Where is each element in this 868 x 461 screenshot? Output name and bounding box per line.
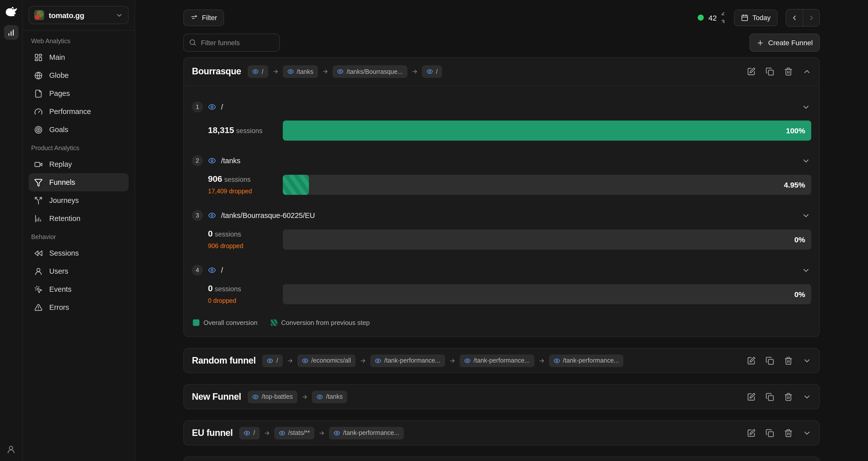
sidebar-item-pages[interactable]: Pages (29, 84, 129, 102)
delete-funnel-button[interactable] (784, 356, 793, 365)
eye-icon (287, 68, 293, 75)
chevron-down-icon (803, 393, 811, 401)
edit-funnel-button[interactable] (747, 429, 755, 437)
funnel-pills: / /tanks /tanks/Bourrasque... / (248, 65, 442, 78)
funnel-step-pill: /economics/all (297, 354, 355, 367)
next-period-button[interactable] (803, 9, 819, 26)
expand-funnel-button[interactable] (803, 429, 811, 437)
cursor-click-icon (34, 285, 43, 294)
legend-label: Overall conversion (204, 319, 257, 327)
expand-step-button[interactable] (802, 103, 810, 112)
pill-label: / (253, 429, 255, 436)
workspace-selector-wrap: tomato.gg (23, 0, 135, 31)
chevron-down-icon (803, 429, 811, 437)
delete-funnel-button[interactable] (784, 429, 793, 437)
chevron-down-icon (802, 103, 810, 112)
eye-icon (208, 211, 216, 219)
expand-funnel-button[interactable] (803, 393, 811, 401)
section-label: Web Analytics (31, 38, 126, 45)
dashboard-icon (34, 53, 43, 62)
app: tomato.gg Web Analytics Main Globe Pages… (0, 0, 868, 461)
frog-logo-icon (4, 5, 18, 19)
target-icon (34, 125, 43, 134)
legend-swatch-striped (271, 319, 277, 326)
sidebar-item-label: Retention (49, 214, 81, 222)
sidebar-item-funnels[interactable]: Funnels (29, 173, 129, 191)
eye-icon (302, 357, 308, 364)
arrow-right-icon (411, 68, 418, 75)
prev-period-button[interactable] (786, 9, 803, 26)
alert-triangle-icon (34, 303, 43, 312)
sidebar-item-goals[interactable]: Goals (29, 121, 129, 139)
arrow-right-icon (322, 68, 329, 75)
sidebar-item-sessions[interactable]: Sessions (29, 244, 129, 262)
sidebar-item-label: Performance (49, 107, 91, 116)
date-range-button[interactable]: Today (734, 9, 778, 26)
expand-funnel-button[interactable] (803, 356, 811, 365)
sidebar-item-errors[interactable]: Errors (29, 298, 129, 316)
pill-label: / (262, 68, 264, 75)
funnel-card: Bourrasque / /tanks /tanks/Bourrasque...… (183, 57, 820, 337)
sidebar-item-retention[interactable]: Retention (29, 209, 129, 227)
delete-funnel-button[interactable] (784, 67, 793, 76)
analytics-app-tab[interactable] (4, 25, 18, 40)
funnel-pills: /top-battles /tanks (248, 391, 347, 403)
session-unit: sessions (224, 176, 251, 183)
create-funnel-button[interactable]: Create Funnel (750, 34, 820, 52)
calendar-icon (741, 14, 748, 21)
funnel-step-pill: /tanks/Bourrasque... (333, 65, 407, 78)
duplicate-funnel-button[interactable] (766, 67, 774, 76)
duplicate-funnel-button[interactable] (766, 356, 774, 365)
conversion-bar: 100% (283, 121, 811, 141)
date-range-label: Today (752, 14, 771, 21)
user-icon[interactable] (6, 445, 16, 454)
edit-funnel-button[interactable] (747, 356, 755, 365)
sidebar-item-label: Sessions (49, 249, 79, 257)
step-number: 1 (192, 101, 203, 113)
sidebar-item-journeys[interactable]: Journeys (29, 191, 129, 209)
live-count: 42 (709, 13, 717, 22)
funnel-step-pill: / (262, 354, 283, 367)
sidebar-item-globe[interactable]: Globe (29, 66, 129, 84)
search-input[interactable] (183, 34, 280, 52)
funnel-step: 2 /tanks 906sessions 17,409 dropped 4.95… (192, 155, 811, 195)
gauge-icon (34, 107, 43, 116)
sidebar-item-replay[interactable]: Replay (29, 155, 129, 173)
eye-icon (334, 430, 340, 436)
sidebar-item-main[interactable]: Main (29, 48, 129, 66)
conversion-pct: 0% (795, 290, 805, 299)
eye-icon (553, 357, 560, 364)
funnel-actions (740, 429, 811, 437)
funnel-step-pill: /tank-performance... (329, 427, 404, 439)
expand-step-button[interactable] (802, 157, 810, 165)
pill-label: / (276, 357, 278, 364)
conversion-bar: 0% (283, 229, 811, 250)
sidebar-item-events[interactable]: Events (29, 280, 129, 298)
eye-icon (252, 394, 259, 400)
section-label: Behavior (31, 234, 126, 241)
funnel-title: Random funnel (192, 355, 256, 366)
eye-icon (208, 157, 216, 165)
collapse-funnel-button[interactable] (803, 67, 811, 76)
workspace-selector[interactable]: tomato.gg (29, 6, 129, 24)
funnel-step: 3 /tanks/Bourrasque-60225/EU 0sessions 9… (192, 209, 811, 250)
copy-icon (766, 356, 774, 365)
workspace-name: tomato.gg (49, 11, 111, 19)
chevron-down-icon (802, 266, 810, 275)
dropped-count: 906 dropped (208, 243, 283, 250)
trash-icon (784, 393, 793, 401)
edit-icon (747, 356, 755, 365)
delete-funnel-button[interactable] (784, 393, 793, 401)
dropped-count: 0 dropped (208, 297, 283, 305)
duplicate-funnel-button[interactable] (766, 429, 774, 437)
edit-funnel-button[interactable] (747, 67, 755, 76)
edit-funnel-button[interactable] (747, 393, 755, 401)
filter-button[interactable]: Filter (183, 9, 224, 26)
funnel-step-pill: / (422, 65, 442, 78)
chevron-down-icon (803, 356, 811, 365)
duplicate-funnel-button[interactable] (766, 393, 774, 401)
sidebar-item-users[interactable]: Users (29, 262, 129, 280)
sidebar-item-performance[interactable]: Performance (29, 102, 129, 121)
expand-step-button[interactable] (802, 266, 810, 275)
expand-step-button[interactable] (802, 211, 810, 220)
